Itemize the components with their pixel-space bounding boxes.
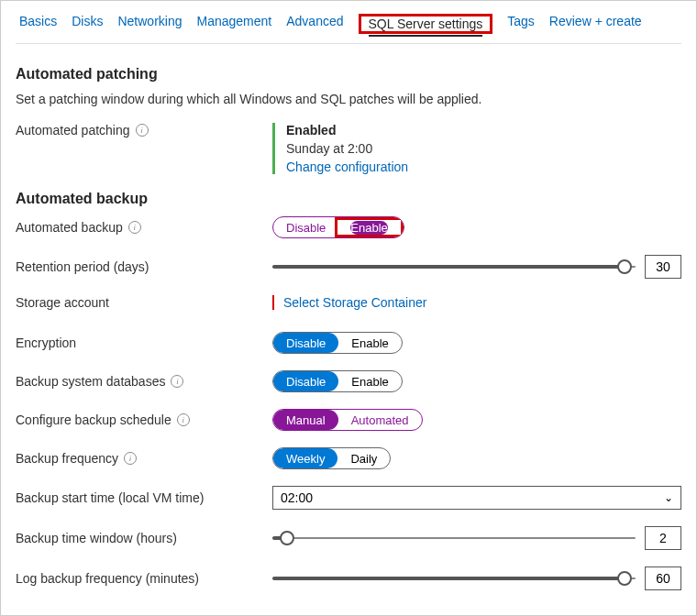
encryption-enable-option[interactable]: Enable	[338, 333, 401, 353]
backup-toggle: Disable Enable	[272, 216, 404, 238]
tab-advanced[interactable]: Advanced	[286, 14, 343, 34]
info-icon[interactable]: i	[171, 375, 183, 388]
sysdbs-disable-option[interactable]: Disable	[273, 371, 338, 391]
retention-slider[interactable]	[272, 264, 636, 270]
patching-status: Enabled	[286, 123, 408, 138]
window-label: Backup time window (hours)	[16, 531, 177, 545]
freq-label: Backup frequency	[16, 451, 118, 466]
backup-heading: Automated backup	[16, 191, 681, 207]
logfreq-slider[interactable]	[272, 576, 636, 581]
backup-enable-highlight: Enable	[335, 217, 403, 237]
freq-toggle: Weekly Daily	[272, 447, 391, 469]
logfreq-value[interactable]: 60	[645, 566, 681, 590]
info-icon[interactable]: i	[177, 413, 190, 426]
schedcfg-toggle: Manual Automated	[272, 409, 423, 431]
storage-select-link[interactable]: Select Storage Container	[274, 295, 426, 310]
info-icon[interactable]: i	[136, 124, 149, 137]
tab-management[interactable]: Management	[197, 14, 272, 34]
tab-sql-highlight: SQL Server settings	[359, 14, 493, 34]
start-time-dropdown[interactable]: 02:00 ⌄	[272, 486, 681, 510]
chevron-down-icon: ⌄	[664, 491, 673, 504]
patching-description: Set a patching window during which all W…	[16, 92, 681, 106]
backup-enable-option[interactable]: Enable	[350, 221, 387, 235]
retention-label: Retention period (days)	[16, 259, 149, 274]
start-label: Backup start time (local VM time)	[16, 490, 204, 505]
schedcfg-manual-option[interactable]: Manual	[273, 410, 338, 430]
window-value[interactable]: 2	[645, 526, 681, 550]
tab-disks[interactable]: Disks	[72, 14, 103, 34]
sysdbs-label: Backup system databases	[16, 374, 165, 389]
info-icon[interactable]: i	[128, 221, 141, 234]
storage-label: Storage account	[16, 295, 109, 310]
encryption-disable-option[interactable]: Disable	[273, 333, 338, 353]
tab-sql-server-settings[interactable]: SQL Server settings	[369, 16, 483, 37]
sysdbs-enable-option[interactable]: Enable	[338, 371, 401, 391]
freq-weekly-option[interactable]: Weekly	[273, 448, 337, 468]
tab-strip: Basics Disks Networking Management Advan…	[16, 1, 681, 44]
start-time-value: 02:00	[281, 490, 313, 505]
retention-value[interactable]: 30	[645, 255, 681, 279]
schedcfg-label: Configure backup schedule	[16, 412, 171, 427]
tab-review[interactable]: Review + create	[549, 14, 642, 34]
logfreq-label: Log backup frequency (minutes)	[16, 571, 199, 586]
patching-schedule: Sunday at 2:00	[286, 141, 408, 156]
tab-tags[interactable]: Tags	[507, 14, 535, 34]
schedcfg-auto-option[interactable]: Automated	[338, 410, 422, 430]
tab-networking[interactable]: Networking	[117, 14, 182, 34]
patching-change-link[interactable]: Change configuration	[286, 160, 408, 174]
sysdbs-toggle: Disable Enable	[272, 370, 403, 392]
backup-label: Automated backup	[16, 220, 123, 235]
encryption-label: Encryption	[16, 336, 76, 350]
patching-label: Automated patching	[16, 123, 130, 138]
patching-heading: Automated patching	[16, 66, 681, 82]
encryption-toggle: Disable Enable	[272, 332, 403, 354]
freq-daily-option[interactable]: Daily	[337, 448, 390, 468]
window-slider[interactable]	[272, 535, 636, 541]
info-icon[interactable]: i	[124, 452, 137, 465]
patching-status-block: Enabled Sunday at 2:00 Change configurat…	[272, 123, 408, 174]
tab-basics[interactable]: Basics	[19, 14, 57, 34]
backup-disable-option[interactable]: Disable	[273, 217, 338, 237]
